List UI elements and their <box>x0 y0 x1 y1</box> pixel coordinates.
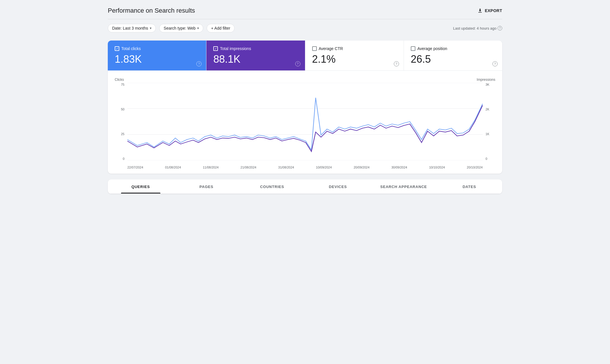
tab-devices[interactable]: DEVICES <box>305 179 371 194</box>
chevron-down-icon: ▾ <box>197 26 199 30</box>
metric-tile-total-impressions[interactable]: Total impressions 88.1K ? <box>206 41 305 70</box>
metric-value-position: 26.5 <box>411 53 495 65</box>
metric-value-ctr: 2.1% <box>312 53 397 65</box>
main-chart-card: Total clicks 1.83K ? Total impressions 8… <box>108 41 502 174</box>
filter-left: Date: Last 3 months ▾ Search type: Web ▾… <box>108 24 235 32</box>
tab-countries[interactable]: COUNTRIES <box>239 179 305 194</box>
chevron-down-icon: ▾ <box>150 26 151 30</box>
metric-label-clicks: Total clicks <box>121 46 141 51</box>
tab-queries[interactable]: QUERIES <box>108 179 174 194</box>
export-button[interactable]: EXPORT <box>477 8 502 14</box>
metric-tile-average-position[interactable]: Average position 26.5 ? <box>404 41 502 70</box>
last-updated-label: Last updated: 4 hours ago ? <box>453 26 502 30</box>
help-ctr-icon[interactable]: ? <box>394 61 399 66</box>
x-axis-labels: 22/07/2024 01/08/2024 11/08/2024 21/08/2… <box>127 161 483 169</box>
chart-svg <box>127 83 483 160</box>
metric-tile-average-ctr[interactable]: Average CTR 2.1% ? <box>305 41 404 70</box>
date-filter-button[interactable]: Date: Last 3 months ▾ <box>108 24 156 32</box>
chart-wrapper: 75 50 25 0 3K 2K 1K 0 <box>115 83 495 169</box>
tabs-row: QUERIES PAGES COUNTRIES DEVICES SEARCH A… <box>108 179 502 194</box>
chart-area: Clicks Impressions 75 50 25 0 3K 2K 1K 0 <box>108 71 502 174</box>
help-icon[interactable]: ? <box>498 26 502 30</box>
metrics-row: Total clicks 1.83K ? Total impressions 8… <box>108 41 502 71</box>
y-axis-right: 3K 2K 1K 0 <box>484 83 495 160</box>
metric-label-position: Average position <box>417 46 447 51</box>
y-axis-right-title: Impressions <box>477 78 495 82</box>
help-position-icon[interactable]: ? <box>492 61 498 66</box>
metric-tile-total-clicks[interactable]: Total clicks 1.83K ? <box>108 41 206 70</box>
y-axis-left: 75 50 25 0 <box>115 83 126 160</box>
metric-label-ctr: Average CTR <box>319 46 343 51</box>
download-icon <box>477 8 483 14</box>
metric-value-clicks: 1.83K <box>115 53 199 65</box>
metric-label-impressions: Total impressions <box>220 46 251 51</box>
checkbox-average-ctr[interactable] <box>312 46 317 51</box>
tabs-card: QUERIES PAGES COUNTRIES DEVICES SEARCH A… <box>108 179 502 194</box>
page-header: Performance on Search results EXPORT <box>108 7 502 14</box>
search-type-filter-button[interactable]: Search type: Web ▾ <box>159 24 203 32</box>
header-divider <box>108 19 502 19</box>
tab-dates[interactable]: DATES <box>436 179 502 194</box>
help-impressions-icon[interactable]: ? <box>295 61 300 66</box>
tab-search-appearance[interactable]: SEARCH APPEARANCE <box>371 179 437 194</box>
tab-pages[interactable]: PAGES <box>174 179 239 194</box>
add-filter-button[interactable]: + Add filter <box>207 24 235 32</box>
checkbox-average-position[interactable] <box>411 46 415 51</box>
checkbox-total-clicks[interactable] <box>115 46 119 51</box>
page-title: Performance on Search results <box>108 7 195 14</box>
checkbox-total-impressions[interactable] <box>213 46 218 51</box>
help-clicks-icon[interactable]: ? <box>196 61 202 66</box>
filter-row: Date: Last 3 months ▾ Search type: Web ▾… <box>108 24 502 32</box>
metric-value-impressions: 88.1K <box>213 53 298 65</box>
y-axis-left-title: Clicks <box>115 78 124 82</box>
